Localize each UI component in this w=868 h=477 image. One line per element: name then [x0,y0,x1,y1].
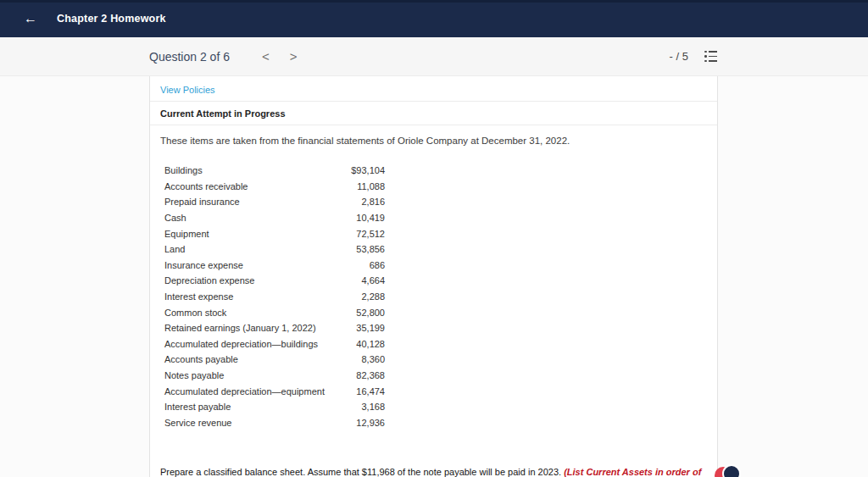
item-label: Buildings [164,165,203,175]
item-label: Land [164,244,185,254]
item-label: Interest expense [164,291,233,302]
back-arrow-icon[interactable]: ← [24,12,37,25]
table-row: Service revenue12,936 [164,415,385,431]
instruction-normal: Prepare a classified balance sheet. Assu… [160,467,564,477]
item-label: Common stock [164,308,226,318]
prev-question-button[interactable]: < [262,50,270,63]
table-row: Cash10,419 [164,210,385,226]
item-value: 82,368 [356,370,385,380]
item-label: Accumulated depreciation—buildings [164,339,318,349]
help-bubble-navy-icon [722,464,741,477]
item-label: Accounts receivable [164,181,248,191]
top-navbar: ← Chapter 2 Homework [0,0,868,37]
table-row: Land53,856 [164,241,385,258]
view-policies-link[interactable]: View Policies [160,85,215,95]
item-value: 2,288 [361,291,385,302]
item-value: $93,104 [351,165,385,175]
item-value: 53,856 [356,244,385,254]
help-button[interactable] [715,464,742,477]
question-toolbar: Question 2 of 6 < > - / 5 [0,37,868,76]
item-value: 686 [370,260,385,270]
list-icon-row [704,60,717,63]
instruction-text: Prepare a classified balance sheet. Assu… [160,464,707,477]
assignment-title: Chapter 2 Homework [57,13,166,25]
table-row: Common stock52,800 [164,304,385,320]
attempt-status: Current Attempt in Progress [150,102,717,125]
table-row: Accumulated depreciation—equipment16,474 [164,383,385,399]
item-value: 2,816 [361,197,385,207]
item-value: 8,360 [361,354,385,364]
table-row: Accounts payable8,360 [164,352,385,368]
item-value: 4,664 [361,275,385,286]
table-row: Accounts receivable11,088 [164,179,385,195]
item-label: Depreciation expense [164,275,254,286]
table-row: Depreciation expense4,664 [164,273,385,289]
question-content: These items are taken from the financial… [150,125,717,477]
list-icon-row [704,51,717,53]
item-value: 11,088 [357,181,385,191]
list-icon-row [704,55,717,58]
item-value: 52,800 [356,308,385,318]
item-value: 12,936 [356,418,385,428]
next-question-button[interactable]: > [290,50,298,63]
intro-text: These items are taken from the financial… [160,136,707,146]
score-indicator: - / 5 [670,50,688,63]
item-value: 35,199 [356,323,385,333]
item-label: Prepaid insurance [164,197,240,207]
table-row: Buildings$93,104 [164,163,385,179]
question-list-icon[interactable] [704,47,718,65]
table-row: Retained earnings (January 1, 2022)35,19… [164,320,385,336]
table-row: Accumulated depreciation—buildings40,128 [164,336,385,352]
table-row: Insurance expense686 [164,258,385,274]
financial-items-list: Buildings$93,104Accounts receivable11,08… [164,163,385,430]
item-value: 10,419 [356,213,385,223]
question-panel: View Policies Current Attempt in Progres… [149,76,718,477]
item-label: Cash [164,213,186,223]
item-label: Insurance expense [164,260,243,270]
item-value: 40,128 [356,339,385,349]
table-row: Notes payable82,368 [164,368,385,384]
table-row: Interest payable3,168 [164,399,385,415]
item-label: Accumulated depreciation—equipment [164,386,325,397]
table-row: Interest expense2,288 [164,289,385,305]
item-label: Interest payable [164,402,231,412]
item-label: Notes payable [164,370,224,380]
item-label: Equipment [164,229,209,239]
question-counter: Question 2 of 6 [149,50,230,64]
item-label: Service revenue [164,418,232,428]
table-row: Equipment72,512 [164,225,385,241]
item-value: 3,168 [361,402,385,412]
item-label: Accounts payable [164,354,238,364]
item-value: 72,512 [356,229,385,239]
policies-row: View Policies [150,76,717,102]
table-row: Prepaid insurance2,816 [164,194,385,210]
item-value: 16,474 [356,386,385,397]
item-label: Retained earnings (January 1, 2022) [164,323,316,333]
